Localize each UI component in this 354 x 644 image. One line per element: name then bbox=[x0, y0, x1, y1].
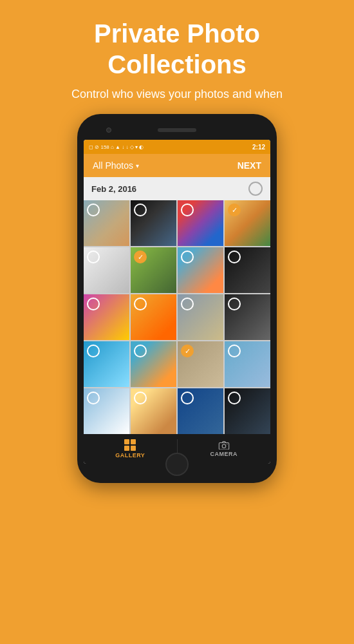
status-bar: ◻ ⊘ 158 ⌂ ▲ ↓ ↓ ◇ ▾ ◐ 2:12 bbox=[84, 140, 270, 154]
photo-cell-18[interactable] bbox=[131, 388, 176, 434]
top-bar: All Photos ▾ NEXT bbox=[84, 154, 270, 177]
photo-cell-11[interactable] bbox=[178, 294, 223, 340]
status-time: 2:12 bbox=[252, 144, 265, 151]
select-circle-15[interactable]: ✓ bbox=[181, 345, 194, 357]
photo-cell-20[interactable] bbox=[225, 388, 270, 434]
status-icons-text: ◻ ⊘ 158 ⌂ ▲ ↓ ↓ ◇ ▾ ◐ bbox=[89, 144, 144, 150]
date-row: Feb 2, 2016 bbox=[84, 177, 270, 200]
gallery-icon-cell-2 bbox=[131, 439, 136, 444]
photo-cell-10[interactable] bbox=[131, 294, 176, 340]
header-section: Private Photo Collections Control who vi… bbox=[59, 0, 295, 108]
gallery-icon-cell-3 bbox=[124, 446, 129, 451]
select-circle-16[interactable] bbox=[228, 345, 241, 357]
select-circle-1[interactable] bbox=[87, 204, 100, 216]
select-circle-3[interactable] bbox=[181, 204, 194, 216]
photo-cell-16[interactable] bbox=[225, 341, 270, 387]
photo-grid: ✓ ✓ bbox=[84, 200, 270, 434]
select-circle-8[interactable] bbox=[228, 251, 241, 263]
select-circle-13[interactable] bbox=[87, 345, 100, 357]
select-circle-14[interactable] bbox=[134, 345, 147, 357]
select-circle-19[interactable] bbox=[181, 392, 194, 404]
select-circle-7[interactable] bbox=[181, 251, 194, 263]
select-circle-9[interactable] bbox=[87, 298, 100, 310]
date-select-circle[interactable] bbox=[248, 182, 263, 196]
gallery-icon-cell-1 bbox=[124, 439, 129, 444]
photo-cell-12[interactable] bbox=[225, 294, 270, 340]
select-circle-10[interactable] bbox=[134, 298, 147, 310]
photo-cell-4[interactable]: ✓ bbox=[225, 200, 270, 246]
app-title: Private Photo Collections bbox=[71, 18, 283, 80]
select-circle-6[interactable]: ✓ bbox=[134, 251, 147, 263]
svg-rect-0 bbox=[219, 443, 228, 450]
select-circle-12[interactable] bbox=[228, 298, 241, 310]
app-subtitle: Control who views your photos and when bbox=[71, 88, 283, 101]
photo-cell-2[interactable] bbox=[131, 200, 176, 246]
photo-cell-17[interactable] bbox=[84, 388, 129, 434]
camera-tab[interactable]: CAMERA bbox=[178, 434, 271, 464]
phone-speaker bbox=[158, 128, 196, 132]
photo-cell-15[interactable]: ✓ bbox=[178, 341, 223, 387]
photo-cell-13[interactable] bbox=[84, 341, 129, 387]
gallery-tab[interactable]: GALLERY bbox=[84, 434, 177, 464]
camera-label: CAMERA bbox=[210, 451, 238, 457]
chevron-down-icon: ▾ bbox=[136, 162, 139, 169]
select-circle-18[interactable] bbox=[134, 392, 147, 404]
photo-cell-19[interactable] bbox=[178, 388, 223, 434]
select-circle-4[interactable]: ✓ bbox=[228, 204, 241, 216]
select-circle-5[interactable] bbox=[87, 251, 100, 263]
status-icons: ◻ ⊘ 158 ⌂ ▲ ↓ ↓ ◇ ▾ ◐ bbox=[89, 144, 144, 150]
photo-cell-14[interactable] bbox=[131, 341, 176, 387]
photo-cell-5[interactable] bbox=[84, 247, 129, 293]
phone-mockup: ◻ ⊘ 158 ⌂ ▲ ↓ ↓ ◇ ▾ ◐ 2:12 All Photos ▾ … bbox=[0, 114, 354, 644]
photo-cell-8[interactable] bbox=[225, 247, 270, 293]
svg-point-2 bbox=[227, 444, 227, 444]
album-label: All Photos bbox=[93, 160, 133, 171]
photo-cell-3[interactable] bbox=[178, 200, 223, 246]
select-circle-2[interactable] bbox=[134, 204, 147, 216]
gallery-icon-cell-4 bbox=[131, 446, 136, 451]
photo-cell-9[interactable] bbox=[84, 294, 129, 340]
svg-point-1 bbox=[222, 444, 226, 448]
photo-cell-6[interactable]: ✓ bbox=[131, 247, 176, 293]
date-label: Feb 2, 2016 bbox=[91, 184, 136, 194]
photo-cell-7[interactable] bbox=[178, 247, 223, 293]
album-selector[interactable]: All Photos ▾ bbox=[93, 160, 139, 171]
gallery-label: GALLERY bbox=[115, 452, 145, 459]
gallery-icon bbox=[124, 439, 136, 451]
phone-top-area bbox=[84, 120, 270, 140]
select-circle-17[interactable] bbox=[87, 392, 100, 404]
select-circle-20[interactable] bbox=[228, 392, 241, 404]
front-camera bbox=[106, 128, 111, 133]
phone-screen: ◻ ⊘ 158 ⌂ ▲ ↓ ↓ ◇ ▾ ◐ 2:12 All Photos ▾ … bbox=[84, 140, 270, 464]
home-button[interactable] bbox=[165, 453, 189, 476]
select-circle-11[interactable] bbox=[181, 298, 194, 310]
photo-cell-1[interactable] bbox=[84, 200, 129, 246]
phone-body: ◻ ⊘ 158 ⌂ ▲ ↓ ↓ ◇ ▾ ◐ 2:12 All Photos ▾ … bbox=[77, 114, 277, 483]
next-button[interactable]: NEXT bbox=[238, 160, 261, 171]
phone-bottom bbox=[84, 464, 270, 477]
camera-icon bbox=[218, 440, 230, 450]
